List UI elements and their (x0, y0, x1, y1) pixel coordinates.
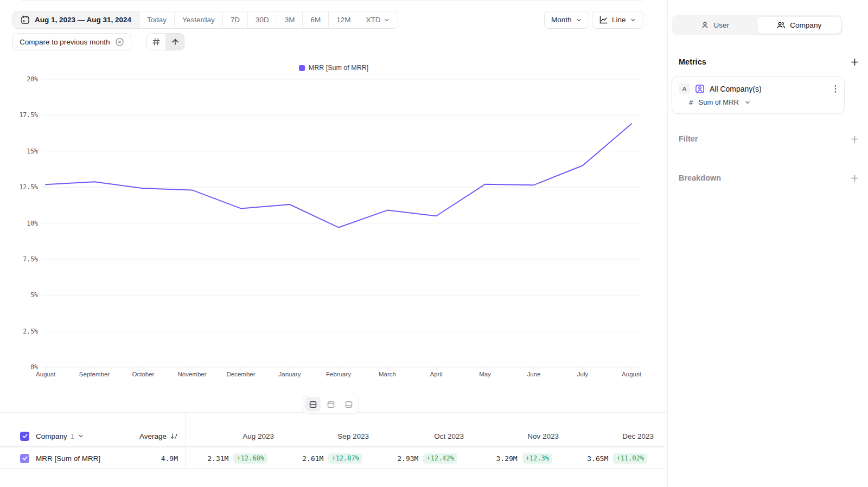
circle-x-icon[interactable] (115, 37, 124, 47)
preset-yesterday-button[interactable]: Yesterday (175, 11, 223, 28)
average-value: 4.9M (161, 454, 178, 463)
date-range-group: Aug 1, 2023 — Aug 31, 2024 TodayYesterda… (12, 11, 398, 29)
grid-toggle-button[interactable] (147, 34, 165, 50)
mrr-series-line (46, 124, 631, 227)
preset-today-button[interactable]: Today (139, 11, 175, 28)
cell-value: 3.29M (496, 454, 518, 463)
sort-icon[interactable] (170, 432, 178, 440)
granularity-button[interactable]: Month (544, 11, 589, 29)
x-axis-tick-label: July (577, 371, 589, 377)
x-axis-tick-label: December (226, 371, 255, 377)
legend-swatch (299, 65, 305, 71)
y-axis-tick-label: 15% (27, 148, 38, 155)
growth-badge: +12.3% (522, 453, 552, 464)
breakdown-section-title: Breakdown (679, 174, 721, 182)
user-icon (701, 21, 709, 29)
y-axis-tick-label: 10% (27, 220, 38, 227)
tab-user[interactable]: User (673, 17, 757, 34)
y-axis-tick-label: 17.5% (19, 111, 38, 119)
group-label: Company (36, 432, 67, 440)
table-row: MRR [Sum of MRR] 4.9M 2.31M+12.68%2.61M+… (0, 447, 664, 469)
add-filter-button[interactable] (850, 134, 859, 144)
average-column-header: Average (139, 432, 167, 440)
users-icon (776, 21, 786, 29)
x-axis-tick-label: August (36, 371, 56, 377)
preset-xtd-label: XTD (366, 16, 380, 24)
table-header: Company 1 Average Aug 2023Sep 2023Oct 20… (0, 425, 664, 447)
x-axis-tick-label: May (479, 371, 491, 377)
metric-card[interactable]: A All Company(s) # Sum of MRR (672, 76, 845, 114)
x-axis-tick-label: March (379, 371, 396, 377)
calendar-icon (21, 15, 30, 24)
add-metric-button[interactable] (850, 57, 859, 67)
x-axis-tick-label: October (132, 371, 155, 377)
x-axis-tick-label: April (430, 371, 442, 377)
select-all-checkbox[interactable] (20, 432, 29, 441)
aggregation-label: Sum of MRR (699, 98, 739, 106)
metric-name: All Company(s) (710, 85, 762, 93)
month-column-header: Dec 2023 (559, 425, 654, 447)
aggregation-selector[interactable]: # Sum of MRR (679, 98, 838, 106)
growth-badge: +11.02% (613, 453, 647, 464)
cell-value: 3.65M (587, 454, 608, 463)
month-column-header: Sep 2023 (274, 425, 369, 447)
y-axis-tick-label: 7.5% (23, 255, 38, 263)
number-type-icon: # (689, 98, 693, 106)
y-axis-tick-label: 5% (30, 291, 38, 299)
layout-split-horizontal-button[interactable] (305, 397, 321, 412)
line-chart-icon (599, 15, 608, 24)
cell-value: 2.61M (302, 454, 323, 463)
chart-type-label: Line (612, 16, 626, 24)
month-column-header: Aug 2023 (179, 425, 274, 447)
metrics-section-title: Metrics (679, 57, 706, 66)
row-checkbox[interactable] (20, 454, 29, 463)
x-axis-tick-label: February (326, 371, 351, 377)
y-axis-tick-label: 2.5% (23, 328, 38, 335)
tab-company[interactable]: Company (757, 17, 841, 34)
compare-chip[interactable]: Compare to previous month (12, 33, 131, 50)
y-axis-tick-label: 0% (30, 363, 38, 371)
preset-6m-button[interactable]: 6M (303, 11, 329, 28)
preset-12m-button[interactable]: 12M (329, 11, 358, 28)
month-cell: 2.61M+12.87% (274, 447, 369, 469)
growth-badge: +12.87% (328, 453, 362, 464)
growth-badge: +12.42% (423, 453, 457, 464)
kebab-menu-icon[interactable] (833, 84, 838, 94)
y-axis-tick-label: 20% (27, 76, 38, 83)
x-axis-tick-label: November (177, 371, 206, 377)
legend-label: MRR [Sum of MRR] (309, 64, 368, 72)
granularity-label: Month (551, 16, 572, 24)
month-column-header: Nov 2023 (464, 425, 559, 447)
chevron-down-icon (384, 17, 390, 23)
group-by-selector[interactable]: Company 1 (36, 432, 84, 440)
chart-option-toggles (146, 33, 184, 50)
chevron-down-icon (576, 17, 582, 23)
x-axis-tick-label: August (622, 371, 642, 377)
y-axis-tick-label: 12.5% (19, 183, 38, 191)
month-cell: 2.31M+12.68% (179, 447, 274, 469)
cell-value: 2.93M (397, 454, 418, 463)
main-panel: Aug 1, 2023 — Aug 31, 2024 TodayYesterda… (0, 0, 667, 487)
preset-30d-button[interactable]: 30D (248, 11, 277, 28)
preset-3m-button[interactable]: 3M (277, 11, 303, 28)
chart-legend: MRR [Sum of MRR] (0, 64, 667, 72)
date-range-button[interactable]: Aug 1, 2023 — Aug 31, 2024 (13, 11, 139, 28)
date-range-label: Aug 1, 2023 — Aug 31, 2024 (35, 16, 131, 24)
x-axis-tick-label: June (527, 371, 541, 377)
preset-7d-button[interactable]: 7D (223, 11, 248, 28)
month-column-header: Oct 2023 (369, 425, 464, 447)
layout-panel-top-button[interactable] (323, 397, 339, 412)
cumulative-toggle-button[interactable] (165, 34, 184, 50)
company-contact-icon (695, 84, 705, 94)
add-breakdown-button[interactable] (850, 174, 859, 183)
month-cell: 2.93M+12.42% (369, 447, 464, 469)
x-axis-tick-label: September (79, 371, 110, 377)
chart-type-button[interactable]: Line (592, 11, 643, 29)
layout-panel-bottom-button[interactable] (341, 397, 356, 412)
preset-xtd-button[interactable]: XTD (358, 11, 398, 28)
tab-user-label: User (713, 21, 729, 29)
group-count: 1 (71, 432, 75, 440)
cell-value: 2.31M (207, 454, 228, 463)
entity-segmented-control: User Company (672, 15, 843, 35)
chevron-down-icon (630, 17, 636, 23)
